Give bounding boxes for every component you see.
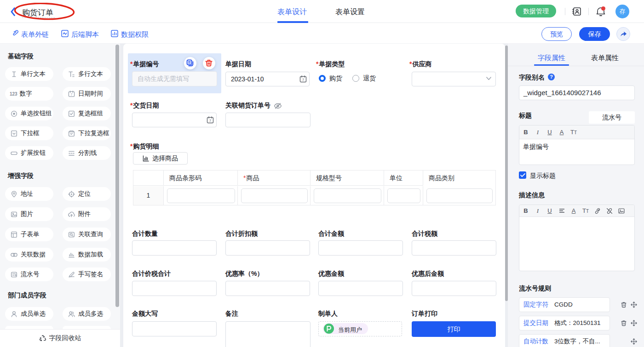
svg-text:7: 7 — [302, 78, 305, 82]
svg-text:7: 7 — [209, 119, 212, 123]
svg-text:7: 7 — [71, 93, 73, 96]
